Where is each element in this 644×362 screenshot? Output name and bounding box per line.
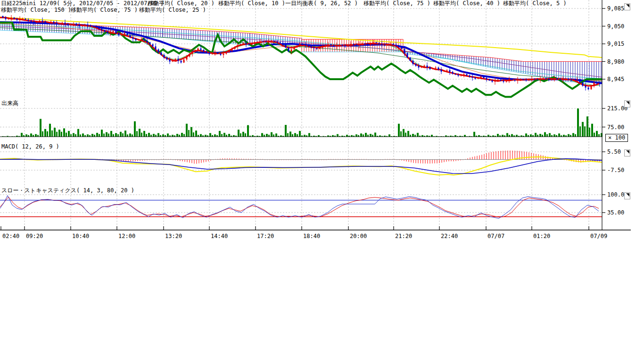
x-axis-label: 20:00 (350, 233, 367, 239)
legend-item: 移動平均( Close, 150 ) (1, 7, 71, 13)
legend-item: 移動平均( Close, 75 ) (363, 0, 430, 7)
y-axis-label: 9,050 (607, 23, 624, 30)
legend-item: 日経225mini 12/09( 5分, 2012/07/05 - 2012/0… (1, 0, 165, 7)
legend-item: 移動平均( Close, 10 ) (218, 0, 285, 7)
chart-canvas (0, 0, 644, 245)
legend-item: 移動平均( Close, 75 ) (71, 7, 138, 13)
x-axis-label: 14:40 (211, 233, 228, 239)
x-axis-label: 12:00 (118, 233, 135, 239)
macd-pane-label: MACD( 12, 26, 9 ) (1, 143, 59, 150)
y-axis-label: 8,945 (607, 76, 624, 82)
collapse-pane-icon[interactable] (624, 3, 630, 10)
y-axis-label: 35.00 (607, 209, 624, 216)
legend-item: 移動平均( Close, 20 ) (148, 0, 215, 7)
y-axis-label: 75.00 (607, 124, 624, 131)
volume-multiplier-badge: × 100 (605, 134, 628, 142)
y-axis-label: 8,980 (607, 58, 624, 65)
collapse-pane-icon[interactable] (624, 149, 630, 156)
y-axis-label: 5.50 (607, 148, 621, 155)
x-axis-label: 13:20 (165, 233, 182, 239)
chart-window: 日経225mini 12/09( 5分, 2012/07/05 - 2012/0… (0, 0, 644, 362)
x-axis-label: 07/07 (487, 233, 504, 239)
legend-item: 移動平均( Close, 25 ) (139, 7, 206, 13)
collapse-pane-icon[interactable] (624, 100, 630, 107)
x-axis-label: 01:20 (533, 233, 550, 239)
x-axis-label: 02:40 (2, 233, 19, 239)
legend-item: 一目均衡表( 9, 26, 52 ) (285, 0, 358, 7)
volume-pane-label: 出来高 (1, 99, 18, 107)
x-axis-label: 18:40 (303, 233, 320, 239)
y-axis-label: 9,015 (607, 41, 624, 47)
stoch-pane-label: スロー・ストキャスティクス( 14, 3, 80, 20 ) (1, 187, 134, 195)
legend-item: 移動平均( Close, 40 ) (433, 0, 500, 7)
x-axis-label: 21:20 (395, 233, 412, 239)
x-axis-label: 10:40 (72, 233, 89, 239)
x-axis-label: 22:40 (441, 233, 458, 239)
x-axis-label: 17:20 (257, 233, 274, 239)
collapse-pane-icon[interactable] (624, 192, 630, 199)
legend-item: 移動平均( Close, 5 ) (503, 0, 567, 7)
x-axis-label: 09:20 (26, 233, 43, 239)
x-axis-label: 07/09 (590, 233, 607, 239)
y-axis-label: -7.50 (607, 167, 624, 173)
y-axis-label: 9,085 (607, 5, 624, 12)
